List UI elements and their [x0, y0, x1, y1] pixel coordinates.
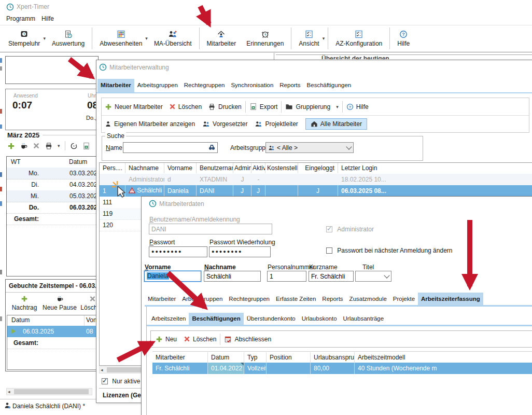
scroll-left-icon[interactable]: ◂ — [101, 367, 103, 372]
subtab-beschaeftigungen[interactable]: Beschäftigungen — [189, 313, 243, 325]
subtab-urlaubskonto[interactable]: Urlaubskonto — [299, 313, 340, 325]
week-row[interactable]: Di. 04.03.2025 — [7, 179, 98, 191]
stempeluhr-dropdown-icon[interactable]: ▾ — [43, 36, 46, 41]
ansicht-dropdown-icon[interactable]: ▾ — [323, 36, 325, 41]
header-kostenstelle[interactable]: Kostenstelle — [265, 163, 298, 173]
export-button[interactable]: Export — [249, 103, 278, 110]
nachname-input[interactable] — [204, 271, 261, 282]
header-eingeloggt[interactable]: Eingeloggt — [298, 163, 338, 173]
toolbar-ma-uebersicht-button[interactable]: MA-Übersicht — [149, 29, 197, 48]
passwort-input[interactable]: ●●●●●●●● — [149, 246, 207, 257]
neuer-mitarbeiter-button[interactable]: Neuer Mitarbeiter — [105, 103, 163, 110]
benutzername-input[interactable] — [149, 224, 272, 234]
search-binoculars-icon[interactable] — [208, 144, 216, 151]
header-arbeitszeitmodell[interactable]: Arbeitszeitmodell — [355, 352, 532, 363]
tab-arbeitsgruppen[interactable]: Arbeitsgruppen — [134, 79, 181, 92]
tab-synchronisation[interactable]: Synchronisation — [228, 79, 276, 92]
tab-rechtegruppen[interactable]: Rechtegruppen — [181, 79, 228, 92]
header-position[interactable]: Position — [267, 352, 311, 363]
passwort-aendern-checkbox[interactable] — [326, 247, 332, 254]
header-aktiv[interactable]: Aktiv — [251, 163, 265, 173]
week-row[interactable]: Mi. 05.03.2025 — [7, 190, 98, 202]
tab-rechtegruppen[interactable]: Rechtegruppen — [226, 293, 273, 305]
add-entry-icon[interactable] — [7, 142, 15, 150]
week-row[interactable]: Mo. 03.03.2025 — [7, 168, 98, 179]
gruppierung-dropdown-icon[interactable]: ▾ — [336, 104, 339, 109]
tab-beschaeftigungen[interactable]: Beschäftigungen — [304, 79, 355, 92]
toolbar-ansicht-button[interactable]: Ansicht — [293, 29, 324, 48]
toolbar-mitarbeiter-button[interactable]: Mitarbeiter — [202, 29, 242, 48]
header-pers[interactable]: Pers.... ▲ — [100, 163, 125, 173]
tab-reports[interactable]: Reports — [276, 79, 303, 92]
toolbar-erinnerungen-button[interactable]: Erinnerungen — [241, 29, 289, 48]
col-datum[interactable]: Datum — [69, 158, 87, 165]
tab-reports[interactable]: Reports — [319, 293, 346, 305]
delete-entry-icon[interactable] — [33, 142, 40, 149]
header-benutzername[interactable]: Benutzername — [197, 163, 233, 173]
tab-zusatzmodule[interactable]: Zusatzmodule — [346, 293, 390, 305]
header-mitarbeiter[interactable]: Mitarbeiter — [152, 352, 208, 363]
tab-projekte[interactable]: Projekte — [390, 293, 418, 305]
stamp-row-selected[interactable]: 06.03.2025 08 — [7, 326, 99, 337]
nachtrag-button[interactable]: Nachtrag — [9, 295, 39, 311]
col-wt[interactable]: WT — [11, 158, 21, 165]
week-row-today[interactable]: Do. 06.03.2025 — [7, 202, 98, 214]
personalnummer-input[interactable] — [267, 271, 306, 282]
tab-mitarbeiter[interactable]: Mitarbeiter — [145, 293, 179, 305]
tab-arbeitszeiterfassung[interactable]: Arbeitszeiterfassung — [418, 293, 483, 305]
menu-hilfe[interactable]: Hilfe — [41, 15, 54, 22]
timer-icon[interactable] — [70, 142, 78, 150]
toolbar-abwesenheiten-button[interactable]: Abwesenheiten — [94, 29, 147, 48]
loeschen-button[interactable]: Löschen — [169, 103, 202, 110]
excel-export-icon[interactable] — [82, 142, 90, 150]
hilfe-button[interactable]: ? Hilfe — [346, 103, 369, 110]
administrator-checkbox[interactable] — [326, 226, 332, 232]
pause-coffee-icon[interactable] — [20, 142, 28, 150]
header-admin[interactable]: Admin — [233, 163, 251, 173]
tab-mitarbeiter[interactable]: Mitarbeiter — [97, 79, 134, 92]
gruppierung-button[interactable]: Gruppierung ▾ — [285, 103, 338, 110]
col-datum[interactable]: Datum — [11, 316, 30, 324]
print-icon[interactable] — [45, 142, 53, 150]
toolbar-hilfe-button[interactable]: ? Hilfe — [392, 29, 415, 48]
header-datum[interactable]: Datum — [208, 352, 244, 363]
left-horizontal-scrollbar[interactable]: ◂ — [6, 388, 92, 395]
passwort-wiederholung-input[interactable]: ●●●●●●●● — [209, 246, 271, 257]
header-nachname[interactable]: Nachname — [125, 163, 164, 173]
vorgesetzter-button[interactable]: Vorgesetzter — [202, 120, 247, 128]
menu-programm[interactable]: Programm — [6, 15, 35, 22]
beschaeftigung-row-selected[interactable]: Fr. Schälchli 01.04.2022 Vollzeit 80,00 … — [152, 363, 532, 374]
eigene-mitarbeiter-button[interactable]: Eigenen Mitarbeiter anzeigen — [105, 120, 195, 128]
titel-combo[interactable] — [355, 271, 391, 282]
scroll-left-icon[interactable]: ◂ — [8, 389, 10, 394]
subtab-urlaubsantraege[interactable]: Urlaubsanträge — [340, 313, 387, 325]
neu-button[interactable]: Neu — [156, 336, 177, 343]
search-name-input[interactable] — [123, 142, 218, 153]
header-letzter-login[interactable]: Letzter Login — [338, 163, 426, 173]
active-only-checkbox[interactable] — [102, 378, 108, 384]
employee-row[interactable]: Administrator d XTADMIN J - 18.02.2025 1… — [100, 174, 532, 186]
vorname-input[interactable]: Daniela — [144, 271, 201, 282]
toolbar-auswertung-button[interactable]: Auswertung — [47, 29, 90, 48]
tab-arbeitsgruppen[interactable]: Arbeitsgruppen — [179, 293, 226, 305]
header-typ[interactable]: Typ — [244, 352, 267, 363]
abwesenheiten-dropdown-icon[interactable]: ▾ — [145, 36, 148, 41]
loeschen-button[interactable]: Löschen — [184, 336, 216, 343]
subtab-arbeitszeiten[interactable]: Arbeitszeiten — [148, 313, 189, 325]
arbeitsgruppe-combo[interactable]: < Alle > — [265, 142, 354, 153]
neue-pause-button[interactable]: Neue Pause — [41, 295, 78, 311]
abschliessen-button[interactable]: Abschliessen — [224, 336, 271, 343]
scrollbar-thumb[interactable] — [14, 389, 89, 394]
print-dropdown-icon[interactable]: ▾ — [58, 143, 60, 148]
header-vorname[interactable]: Vorname — [164, 163, 197, 173]
subtab-ueberstundenkonto[interactable]: Überstundenkonto — [244, 313, 299, 325]
col-von[interactable]: Von — [86, 316, 97, 324]
project-box[interactable] — [5, 56, 99, 84]
drucken-button[interactable]: Drucken — [208, 103, 242, 110]
toolbar-az-konfiguration-button[interactable]: AZ-Konfiguration — [330, 29, 387, 48]
projektleiter-button[interactable]: Projektleiter — [255, 120, 298, 128]
alle-mitarbeiter-button[interactable]: Alle Mitarbeiter — [305, 118, 367, 130]
employee-row-selected[interactable]: 1 Schälchli Daniela DANI J J J 06.03.202… — [100, 185, 532, 197]
toolbar-stempeluhr-button[interactable]: Stempeluhr — [3, 29, 45, 48]
kurzname-input[interactable] — [309, 271, 354, 282]
